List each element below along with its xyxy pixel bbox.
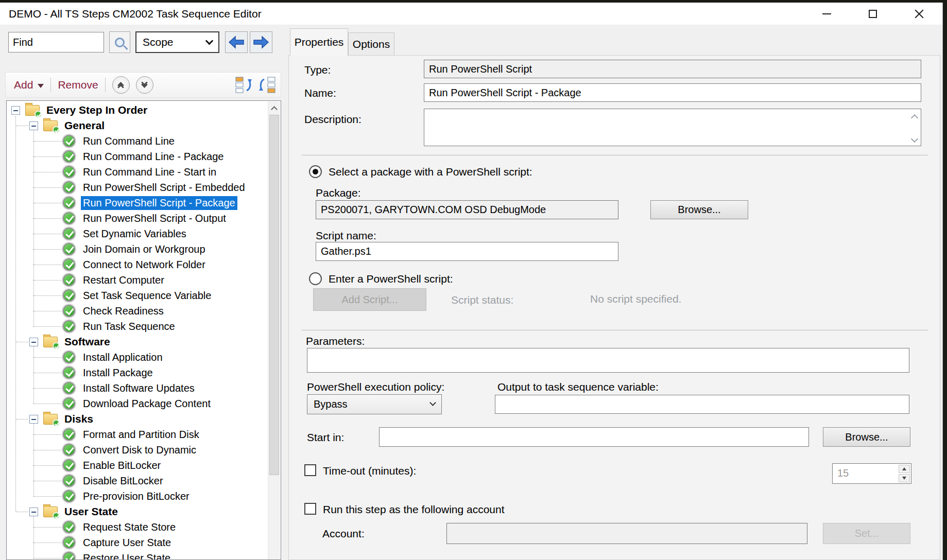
tree-item[interactable]: Run Command Line - Start in bbox=[7, 164, 268, 180]
tree-item-label[interactable]: Join Domain or Workgroup bbox=[81, 242, 208, 256]
tree-group[interactable]: General bbox=[7, 118, 268, 133]
tree-item[interactable]: Enable BitLocker bbox=[7, 458, 268, 473]
tree-item[interactable]: Format and Partition Disk bbox=[7, 427, 268, 442]
tree-item-label[interactable]: Run PowerShell Script - Embedded bbox=[81, 181, 247, 195]
select-package-radio[interactable] bbox=[309, 165, 322, 178]
execution-policy-dropdown[interactable]: Bypass bbox=[307, 394, 442, 414]
tree-item-label[interactable]: Check Readiness bbox=[81, 304, 166, 318]
tree-item-label[interactable]: Convert Disk to Dynamic bbox=[81, 443, 198, 457]
tree-item[interactable]: Install Package bbox=[7, 365, 268, 380]
tree-item-label[interactable]: General bbox=[62, 118, 107, 133]
tree-item[interactable]: Restart Computer bbox=[7, 272, 268, 288]
collapse-toggle[interactable] bbox=[29, 415, 38, 424]
collapse-toggle[interactable] bbox=[29, 121, 38, 130]
tree-item-label[interactable]: Capture User State bbox=[81, 536, 173, 550]
scrollbar-thumb[interactable] bbox=[269, 115, 279, 475]
tree-item[interactable]: Set Dynamic Variables bbox=[7, 226, 268, 241]
browse-package-button[interactable]: Browse... bbox=[650, 200, 748, 219]
tree-root[interactable]: Every Step In Order bbox=[7, 102, 268, 118]
collapse-toggle[interactable] bbox=[29, 507, 38, 516]
tree-item[interactable]: Run Command Line bbox=[7, 133, 268, 149]
tree-item-label[interactable]: User State bbox=[62, 504, 120, 519]
browse-start-in-button[interactable]: Browse... bbox=[823, 427, 910, 447]
collapse-all-button[interactable] bbox=[112, 76, 130, 94]
tree-item-label[interactable]: Set Task Sequence Variable bbox=[81, 289, 213, 303]
tree-item[interactable]: Pre-provision BitLocker bbox=[7, 488, 268, 504]
success-check-icon bbox=[63, 320, 75, 332]
tree-group[interactable]: User State bbox=[7, 504, 268, 519]
tree-item-label[interactable]: Every Step In Order bbox=[44, 103, 149, 117]
tree-item-label[interactable]: Disks bbox=[62, 412, 95, 426]
scroll-up-button[interactable] bbox=[268, 101, 280, 115]
tree-item[interactable]: Install Application bbox=[7, 349, 268, 365]
move-step-up-button[interactable] bbox=[234, 75, 254, 95]
tree-item[interactable]: Run PowerShell Script - Package bbox=[7, 195, 268, 211]
start-in-field[interactable] bbox=[379, 427, 809, 447]
tree-item[interactable]: Connect to Network Folder bbox=[7, 257, 268, 272]
tree-item-label[interactable]: Disable BitLocker bbox=[81, 474, 165, 488]
tree-item[interactable]: Check Readiness bbox=[7, 303, 268, 319]
tree-item-label[interactable]: Install Software Updates bbox=[81, 381, 197, 395]
add-step-button[interactable]: Add bbox=[14, 79, 44, 91]
tree-item-label[interactable]: Install Package bbox=[81, 366, 155, 380]
script-name-field[interactable]: Gather.ps1 bbox=[316, 242, 618, 261]
tree-item-label[interactable]: Run Task Sequence bbox=[81, 320, 177, 334]
tree-item[interactable]: Run PowerShell Script - Output bbox=[7, 211, 268, 226]
tree-group[interactable]: Disks bbox=[7, 411, 268, 427]
tree-item-label[interactable]: Run PowerShell Script - Package bbox=[81, 196, 237, 210]
tree-item-label[interactable]: Enable BitLocker bbox=[81, 459, 163, 472]
tree-item-label[interactable]: Set Dynamic Variables bbox=[81, 227, 188, 241]
find-next-button[interactable] bbox=[250, 31, 272, 53]
tree-item-label[interactable]: Run Command Line - Package bbox=[81, 150, 226, 164]
find-input[interactable] bbox=[8, 32, 104, 52]
output-variable-field[interactable] bbox=[495, 395, 909, 414]
task-sequence-tree: Every Step In OrderGeneralRun Command Li… bbox=[6, 100, 281, 560]
tree-item[interactable]: Request State Store bbox=[7, 519, 268, 535]
tree-item[interactable]: Capture User State bbox=[7, 535, 268, 550]
collapse-toggle[interactable] bbox=[11, 106, 20, 115]
timeout-checkbox[interactable] bbox=[304, 464, 316, 476]
tree-item-label[interactable]: Format and Partition Disk bbox=[81, 428, 201, 442]
tree-item-label[interactable]: Install Application bbox=[81, 351, 165, 364]
tree-item-label[interactable]: Restore User State bbox=[81, 551, 173, 560]
close-button[interactable] bbox=[896, 3, 942, 25]
tree-item-label[interactable]: Software bbox=[62, 335, 112, 349]
tree-item[interactable]: Install Software Updates bbox=[7, 380, 268, 396]
find-previous-button[interactable] bbox=[225, 31, 248, 53]
tree-item[interactable]: Disable BitLocker bbox=[7, 473, 268, 488]
tree-item-label[interactable]: Request State Store bbox=[81, 520, 178, 534]
search-button[interactable] bbox=[109, 31, 130, 53]
move-step-down-button[interactable] bbox=[257, 75, 277, 95]
tree-item-label[interactable]: Run Command Line - Start in bbox=[81, 165, 218, 179]
tab-properties[interactable]: Properties bbox=[290, 28, 348, 56]
tree-item[interactable]: Download Package Content bbox=[7, 396, 268, 411]
tree-item[interactable]: Set Task Sequence Variable bbox=[7, 288, 268, 303]
name-field[interactable]: Run PowerShell Script - Package bbox=[424, 83, 921, 102]
tree-item-label[interactable]: Download Package Content bbox=[81, 397, 213, 411]
scope-dropdown[interactable]: Scope bbox=[135, 31, 219, 53]
tree-item[interactable]: Run Task Sequence bbox=[7, 319, 268, 334]
minimize-button[interactable] bbox=[803, 3, 850, 25]
tree-group[interactable]: Software bbox=[7, 334, 268, 349]
tree-scrollbar[interactable] bbox=[268, 101, 280, 559]
maximize-button[interactable] bbox=[850, 3, 896, 25]
tree-item-label[interactable]: Run Command Line bbox=[81, 134, 177, 148]
tree-item-label[interactable]: Restart Computer bbox=[81, 273, 166, 287]
run-as-checkbox[interactable] bbox=[304, 503, 316, 515]
tree-item[interactable]: Convert Disk to Dynamic bbox=[7, 442, 268, 458]
parameters-field[interactable] bbox=[307, 348, 909, 373]
remove-step-button[interactable]: Remove bbox=[58, 79, 98, 91]
enter-script-radio[interactable] bbox=[309, 272, 322, 285]
description-field[interactable] bbox=[424, 109, 921, 146]
tree-item-label[interactable]: Connect to Network Folder bbox=[81, 258, 208, 272]
tab-options[interactable]: Options bbox=[348, 32, 394, 56]
tree-item[interactable]: Run Command Line - Package bbox=[7, 149, 268, 164]
tree-item[interactable]: Restore User State bbox=[7, 550, 268, 559]
tree-item-label[interactable]: Run PowerShell Script - Output bbox=[81, 212, 228, 225]
expand-all-button[interactable] bbox=[136, 76, 153, 94]
tree-item[interactable]: Run PowerShell Script - Embedded bbox=[7, 180, 268, 195]
tree-item-label[interactable]: Pre-provision BitLocker bbox=[81, 489, 192, 503]
success-check-icon bbox=[63, 428, 75, 441]
tree-item[interactable]: Join Domain or Workgroup bbox=[7, 241, 268, 257]
collapse-toggle[interactable] bbox=[29, 338, 38, 346]
